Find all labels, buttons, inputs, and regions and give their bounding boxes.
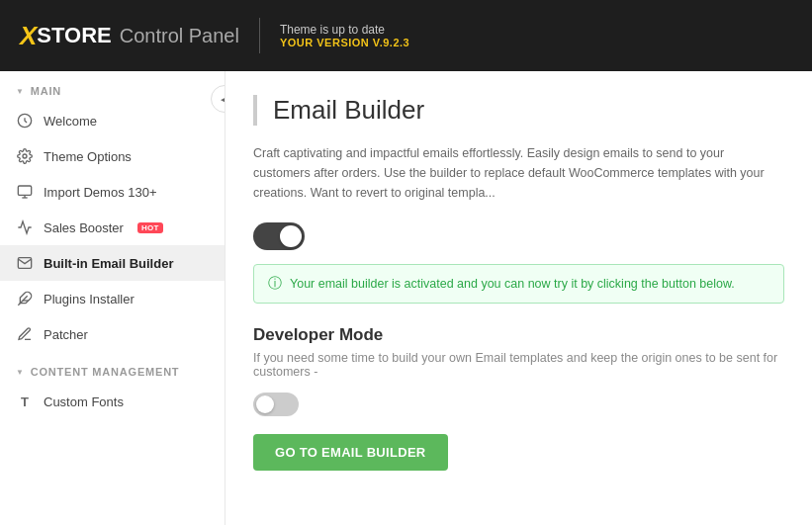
- sidebar-item-custom-fonts[interactable]: T Custom Fonts: [0, 384, 225, 419]
- welcome-icon: [16, 112, 34, 130]
- alert-text: Your email builder is activated and you …: [290, 277, 735, 291]
- developer-mode-desc: If you need some time to build your own …: [253, 351, 784, 379]
- patcher-icon: [16, 325, 34, 343]
- sidebar-item-plugins-installer[interactable]: Plugins Installer: [0, 281, 225, 316]
- svg-rect-2: [18, 186, 31, 195]
- email-builder-toggle-container: [253, 222, 784, 250]
- sidebar-label-patcher: Patcher: [44, 327, 88, 342]
- page-description: Craft captivating and impactful emails e…: [253, 143, 784, 203]
- sidebar-label-theme-options: Theme Options: [44, 149, 132, 164]
- alert-success: ⓘ Your email builder is activated and yo…: [253, 264, 784, 304]
- plugin-icon: [16, 290, 34, 307]
- dev-toggle-track: [253, 393, 299, 416]
- sidebar-section-content: ▼ CONTENT MANAGEMENT: [0, 352, 225, 384]
- developer-mode-title: Developer Mode: [253, 325, 784, 345]
- sidebar-item-import-demos[interactable]: Import Demos 130+: [0, 174, 225, 210]
- sidebar-label-import-demos: Import Demos 130+: [44, 185, 157, 200]
- hot-badge: HOT: [137, 222, 163, 233]
- go-to-email-builder-button[interactable]: GO TO EMAIL BUILDER: [253, 434, 448, 471]
- sidebar-label-welcome: Welcome: [44, 114, 97, 129]
- layout: ◀ ▼ MAIN Welcome Theme Options Import De…: [0, 71, 812, 525]
- svg-point-1: [23, 154, 27, 158]
- main-content: Email Builder Craft captivating and impa…: [226, 71, 812, 525]
- sales-icon: [16, 219, 34, 236]
- page-header: Email Builder: [253, 95, 784, 126]
- logo-panel: Control Panel: [120, 25, 239, 47]
- info-icon: ⓘ: [268, 275, 282, 293]
- page-title: Email Builder: [273, 95, 784, 126]
- sidebar-item-email-builder[interactable]: Built-in Email Builder: [0, 245, 225, 281]
- sidebar-section-main: ▼ MAIN: [0, 71, 225, 103]
- sidebar-label-sales-booster: Sales Booster: [44, 220, 124, 235]
- email-builder-toggle[interactable]: [253, 222, 305, 250]
- arrow-icon: ▼: [16, 87, 25, 96]
- app-header: XSTORE Control Panel Theme is up to date…: [0, 0, 812, 71]
- font-icon: T: [16, 393, 34, 410]
- logo: XSTORE Control Panel: [20, 21, 239, 51]
- sidebar-label-email-builder: Built-in Email Builder: [44, 256, 173, 271]
- toggle-thumb: [280, 225, 302, 247]
- import-icon: [16, 183, 34, 201]
- version-info: Theme is up to date YOUR VERSION V.9.2.3: [280, 23, 409, 48]
- version-number: YOUR VERSION V.9.2.3: [280, 37, 409, 48]
- logo-store: STORE: [37, 23, 111, 48]
- sidebar-item-patcher[interactable]: Patcher: [0, 316, 225, 352]
- logo-x: X: [20, 21, 37, 51]
- sidebar: ◀ ▼ MAIN Welcome Theme Options Import De…: [0, 71, 226, 525]
- content-arrow-icon: ▼: [16, 368, 25, 377]
- toggle-track: [253, 222, 305, 250]
- sidebar-label-custom-fonts: Custom Fonts: [44, 394, 124, 409]
- sidebar-label-plugins-installer: Plugins Installer: [44, 292, 135, 306]
- developer-mode-toggle[interactable]: [253, 393, 299, 416]
- sidebar-item-welcome[interactable]: Welcome: [0, 103, 225, 138]
- gear-icon: [16, 147, 34, 165]
- dev-toggle-thumb: [256, 395, 274, 413]
- email-icon: [16, 254, 34, 272]
- sidebar-item-sales-booster[interactable]: Sales Booster HOT: [0, 210, 225, 245]
- version-status: Theme is up to date: [280, 23, 409, 37]
- sidebar-item-theme-options[interactable]: Theme Options: [0, 138, 225, 174]
- header-divider: [259, 18, 260, 53]
